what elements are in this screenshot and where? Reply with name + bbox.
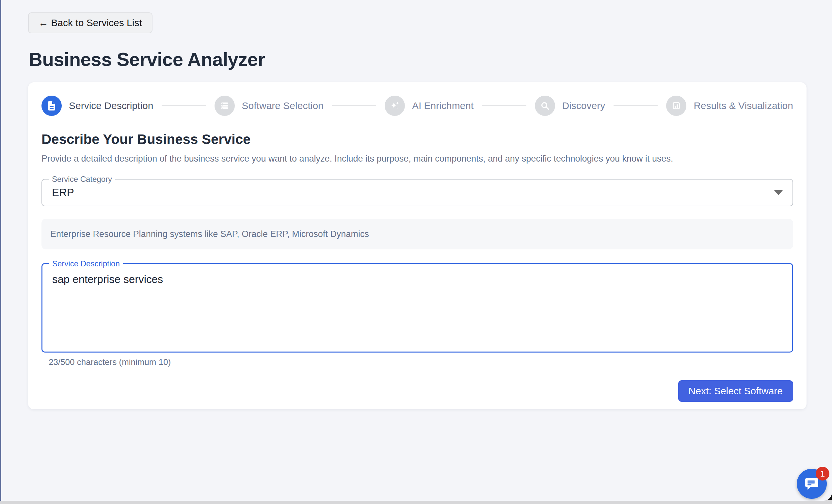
character-count: 23/500 characters (minimum 10) xyxy=(49,357,793,367)
form-heading: Describe Your Business Service xyxy=(42,132,793,147)
sparkles-icon xyxy=(389,100,401,112)
step-circle xyxy=(42,96,62,116)
stepper-connector xyxy=(162,105,206,106)
step-circle xyxy=(385,96,405,116)
stepper-connector xyxy=(482,105,526,106)
stepper: Service Description Soft xyxy=(42,96,793,116)
step-software-selection[interactable]: Software Selection xyxy=(214,96,323,116)
service-category-select[interactable]: Service Category ERP xyxy=(42,179,793,206)
next-select-software-button[interactable]: Next: Select Software xyxy=(678,380,793,402)
dropdown-arrow-icon[interactable] xyxy=(774,190,783,195)
step-results-visualization[interactable]: Results & Visualization xyxy=(666,96,793,116)
step-discovery[interactable]: Discovery xyxy=(535,96,605,116)
form-subtitle: Provide a detailed description of the bu… xyxy=(42,154,793,164)
service-description-input[interactable]: sap enterprise services xyxy=(43,264,792,351)
form-actions: Next: Select Software xyxy=(42,380,793,402)
stepper-connector xyxy=(332,105,376,106)
step-circle xyxy=(535,96,555,116)
bar-chart-icon xyxy=(670,100,682,112)
chat-unread-badge: 1 xyxy=(816,467,829,480)
service-category-value: ERP xyxy=(52,186,774,199)
service-category-label: Service Category xyxy=(49,175,115,184)
document-icon xyxy=(46,100,57,112)
desktop-background: ← Back to Services List Business Service… xyxy=(0,0,832,504)
wizard-card: Service Description Soft xyxy=(28,82,807,409)
chat-fab[interactable]: 1 xyxy=(797,469,827,499)
app-viewport: ← Back to Services List Business Service… xyxy=(0,0,832,501)
step-circle xyxy=(214,96,235,116)
back-to-services-button[interactable]: ← Back to Services List xyxy=(28,12,153,33)
step-label: Service Description xyxy=(69,100,153,111)
stepper-connector xyxy=(614,105,658,106)
service-description-field: Service Description sap enterprise servi… xyxy=(42,263,793,352)
step-label: AI Enrichment xyxy=(412,100,473,111)
step-ai-enrichment[interactable]: AI Enrichment xyxy=(385,96,473,116)
search-icon xyxy=(539,100,551,112)
list-icon xyxy=(219,100,231,112)
step-circle xyxy=(666,96,686,116)
category-helper-box: Enterprise Resource Planning systems lik… xyxy=(42,219,793,249)
service-description-label: Service Description xyxy=(49,259,123,268)
page-title: Business Service Analyzer xyxy=(29,48,265,70)
step-service-description[interactable]: Service Description xyxy=(42,96,153,116)
category-helper-text: Enterprise Resource Planning systems lik… xyxy=(50,229,369,239)
step-label: Discovery xyxy=(562,100,605,111)
step-label: Software Selection xyxy=(242,100,323,111)
step-label: Results & Visualization xyxy=(694,100,793,111)
